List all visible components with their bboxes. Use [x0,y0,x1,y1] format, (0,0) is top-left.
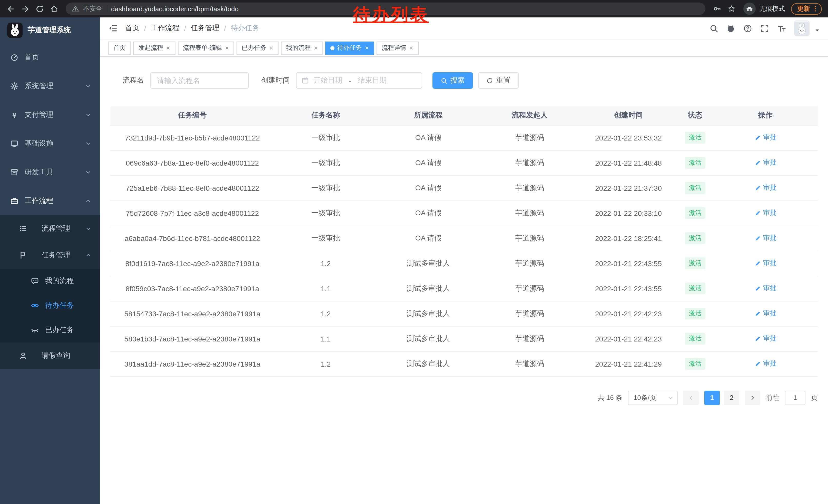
cell-initiator: 芋道源码 [480,326,580,351]
tab-done-task[interactable]: 已办任务× [237,41,278,55]
tab-my-process[interactable]: 我的流程× [281,41,323,55]
create-time-label: 创建时间 [261,76,290,85]
address-bar[interactable]: 不安全 dashboard.yudao.iocoder.cn/bpm/task/… [66,3,705,15]
close-icon[interactable]: × [269,45,273,51]
cell-initiator: 芋道源码 [480,276,580,301]
chevron-down-icon [85,83,91,89]
cell-process-name: 测试多审批人 [377,351,480,376]
tab-form-edit[interactable]: 流程表单-编辑× [178,41,234,55]
table-row: 8f0d1619-7ac8-11ec-a9e2-a2380e71991a1.2测… [110,251,818,276]
approve-link[interactable]: 审批 [754,284,777,293]
bookmark-star-icon[interactable] [725,2,738,15]
approve-link-label: 审批 [763,133,777,142]
sidebar-item-system-mgmt[interactable]: 系统管理 [0,72,100,100]
tab-todo-task[interactable]: 待办任务× [326,41,374,55]
tab-process-detail[interactable]: 流程详情× [377,41,418,55]
sidebar-item-payment-mgmt[interactable]: ¥支付管理 [0,100,100,129]
close-icon[interactable]: × [409,45,413,51]
sidebar-menu: 首页系统管理¥支付管理基础设施研发工具工作流程流程管理任务管理我的流程待办任务已… [0,43,100,369]
close-icon[interactable]: × [314,45,318,51]
yen-icon: ¥ [10,111,18,119]
approve-link[interactable]: 审批 [754,309,777,318]
sidebar-item-leave-query[interactable]: 请假查询 [0,342,100,369]
cell-process-name: 测试多审批人 [377,326,480,351]
cell-status: 激活 [677,276,713,301]
omnibox-divider [107,5,107,12]
sidebar-item-process-mgmt[interactable]: 流程管理 [0,215,100,242]
help-icon[interactable] [743,24,752,33]
close-icon[interactable]: × [166,45,170,51]
approve-link[interactable]: 审批 [754,334,777,343]
sidebar-item-dev-tools[interactable]: 研发工具 [0,158,100,187]
browser-reload-icon[interactable] [33,2,46,15]
cell-status: 激活 [677,351,713,376]
approve-link-label: 审批 [763,284,777,293]
reset-button[interactable]: 重置 [478,72,519,89]
caret-down-icon[interactable] [815,28,820,36]
cell-initiator: 芋道源码 [480,150,580,175]
browser-menu-icon[interactable] [812,5,819,12]
approve-link[interactable]: 审批 [754,259,777,268]
page-button-1[interactable]: 1 [704,391,720,405]
cell-task-id: 069c6a63-7b8a-11ec-8ef0-acde48001122 [110,150,275,175]
password-key-icon[interactable] [710,2,724,15]
avatar[interactable] [794,20,810,36]
browser-forward-icon[interactable] [18,2,32,15]
close-icon[interactable]: × [225,45,229,51]
sidebar-item-my-process[interactable]: 我的流程 [0,269,100,293]
tab-start-process[interactable]: 发起流程× [133,41,175,55]
briefcase-icon [10,197,18,205]
cell-create-time: 2022-01-21 22:42:23 [580,301,677,326]
cell-process-name: 测试多审批人 [377,276,480,301]
column-header-1: 任务名称 [275,106,377,125]
status-badge: 激活 [685,157,705,169]
tab-home[interactable]: 首页 [108,41,131,55]
breadcrumb-item-home[interactable]: 首页 [125,24,139,33]
cell-task-name: 1.1 [275,326,377,351]
approve-link[interactable]: 审批 [754,158,777,168]
approve-link[interactable]: 审批 [754,133,777,142]
goto-page-input[interactable] [785,391,805,405]
breadcrumb-item-task-mgmt[interactable]: 任务管理 [191,24,219,33]
app-logo[interactable]: 芋道管理系统 [0,17,100,43]
approve-link[interactable]: 审批 [754,209,777,218]
approve-link[interactable]: 审批 [754,183,777,192]
close-icon[interactable]: × [365,45,369,51]
chevron-down-icon [85,169,91,175]
sidebar-item-done-task[interactable]: 已办任务 [0,318,100,342]
sidebar-item-task-mgmt[interactable]: 任务管理 [0,242,100,269]
page-button-2[interactable]: 2 [724,391,739,405]
fullscreen-icon[interactable] [760,24,769,33]
sidebar-item-label: 基础设施 [25,139,53,148]
table-header-row: 任务编号任务名称所属流程流程发起人创建时间状态操作 [110,106,818,125]
sidebar-item-workflow[interactable]: 工作流程 [0,187,100,215]
font-size-icon[interactable] [777,24,786,33]
prev-page-button[interactable] [683,391,699,405]
breadcrumb-item-current: 待办任务 [231,24,259,33]
cell-initiator: 芋道源码 [480,351,580,376]
sidebar-item-infrastructure[interactable]: 基础设施 [0,129,100,158]
browser-back-icon[interactable] [4,2,17,15]
sidebar-item-todo-task[interactable]: 待办任务 [0,293,100,318]
edit-icon [754,260,761,267]
cell-action: 审批 [713,276,818,301]
search-icon[interactable] [709,24,718,33]
next-page-button[interactable] [745,391,760,405]
edit-icon [754,310,761,317]
github-icon[interactable] [727,24,735,33]
cell-process-name: OA 请假 [377,200,480,226]
approve-link[interactable]: 审批 [754,234,777,243]
incognito-icon [743,3,756,15]
process-name-input[interactable] [150,72,249,89]
cell-task-name: 一级审批 [275,226,377,251]
browser-update-button[interactable]: 更新 [791,3,822,15]
date-range-picker[interactable]: 开始日期 - 结束日期 [296,72,422,89]
cell-task-id: 73211d9d-7b9b-11ec-b5b7-acde48001122 [110,125,275,150]
approve-link[interactable]: 审批 [754,359,777,368]
search-button[interactable]: 搜索 [432,72,473,89]
page-size-select[interactable]: 10条/页 [628,391,678,405]
sidebar-item-home[interactable]: 首页 [0,43,100,72]
browser-home-icon[interactable] [47,2,60,15]
sidebar-toggle-icon[interactable] [108,24,118,33]
breadcrumb-item-workflow[interactable]: 工作流程 [151,24,179,33]
